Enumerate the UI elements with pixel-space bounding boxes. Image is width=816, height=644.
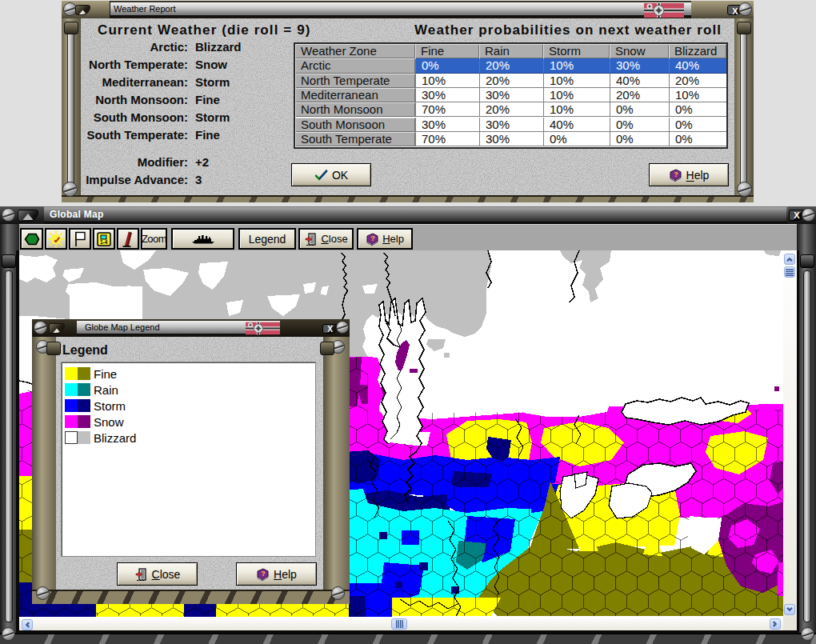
svg-text:?: ? — [674, 170, 678, 178]
svg-text:1-4: 1-4 — [100, 239, 108, 245]
svg-text:?: ? — [370, 234, 375, 242]
svg-text:?: ? — [261, 570, 266, 578]
